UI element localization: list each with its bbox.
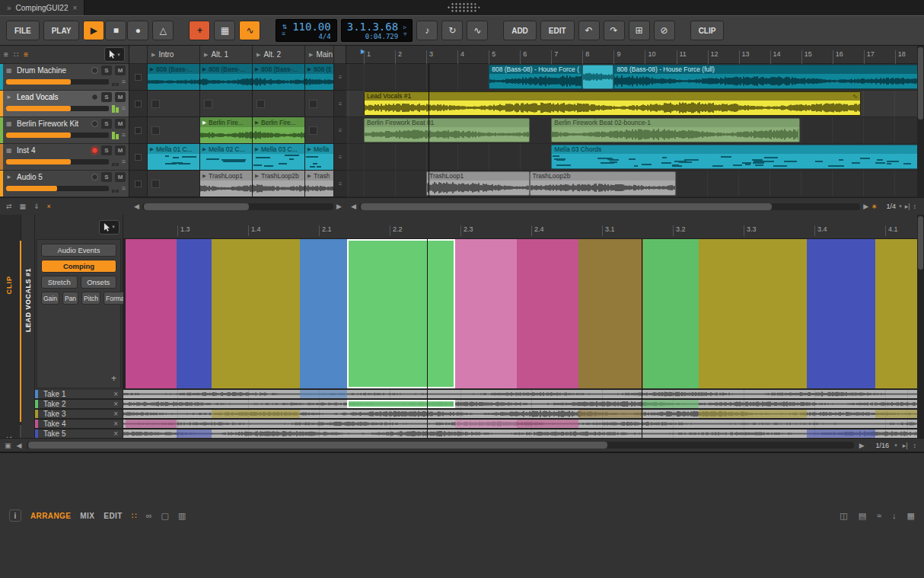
volume-fader[interactable] xyxy=(6,106,109,111)
take-segment[interactable] xyxy=(177,430,211,438)
mute-button[interactable]: M xyxy=(115,65,126,75)
play-button[interactable]: ▶ xyxy=(83,21,104,40)
launcher-clip[interactable]: ▶Berlin Fire... xyxy=(200,117,252,143)
scroll-right-icon[interactable]: ▶ xyxy=(859,442,865,449)
take-label-row[interactable]: Take 1× xyxy=(35,390,123,398)
take-lane[interactable] xyxy=(123,420,924,428)
empty-clip-slot[interactable] xyxy=(253,91,304,117)
pan-button[interactable]: Pan xyxy=(62,292,78,305)
clip-stop-button[interactable] xyxy=(135,101,142,107)
edit-view-button[interactable]: EDIT xyxy=(104,512,122,520)
track-fold-icon[interactable]: ≡ xyxy=(122,78,126,85)
undo-button[interactable]: ↶ xyxy=(578,21,600,40)
volume-fader[interactable] xyxy=(6,133,109,138)
empty-clip-slot[interactable] xyxy=(148,171,199,196)
arrange-view-button[interactable]: ARRANGE xyxy=(30,512,71,520)
comp-region[interactable] xyxy=(126,239,177,388)
inspector-panel-icon[interactable]: ▤ xyxy=(859,511,866,521)
launcher-clip[interactable]: ▶TrashLoop2b xyxy=(253,171,304,196)
arranger-clip[interactable]: 808 (Bass-08) - House Force (full) xyxy=(613,65,921,89)
clip-play-icon[interactable]: ▶ xyxy=(202,66,206,72)
browser-panel-icon[interactable]: ◫ xyxy=(840,511,847,521)
take-label-row[interactable]: Take 4× xyxy=(35,420,123,428)
redo-button[interactable]: ↷ xyxy=(604,21,625,40)
window-tab[interactable]: » CompingGUI22 × xyxy=(0,0,84,15)
info-icon[interactable]: i xyxy=(9,509,21,522)
comp-region[interactable] xyxy=(807,239,875,388)
take-segment[interactable] xyxy=(300,390,346,398)
clip-play-icon[interactable]: ▶ xyxy=(307,173,311,179)
empty-clip-slot[interactable] xyxy=(148,91,199,117)
overdub-button[interactable]: ▦ xyxy=(214,21,235,40)
collapse-icon[interactable]: ⇓ xyxy=(33,203,40,210)
audio-events-button[interactable]: Audio Events xyxy=(41,244,116,257)
scroll-handle[interactable] xyxy=(918,216,923,270)
pages-icon[interactable]: ▣ xyxy=(5,442,11,449)
scroll-handle[interactable] xyxy=(361,203,772,210)
grid-icon[interactable]: ▦ xyxy=(20,203,27,210)
volume-fader[interactable] xyxy=(6,79,109,85)
take-segment[interactable] xyxy=(212,410,301,418)
fit-vertical-icon[interactable]: ↕ xyxy=(913,442,917,449)
launcher-clip[interactable]: ▶808 (Bass-... xyxy=(200,64,252,90)
tempo-value[interactable]: 110.00 xyxy=(292,21,331,33)
mix-view-button[interactable]: MIX xyxy=(80,512,94,520)
take-lane[interactable] xyxy=(123,430,924,438)
clip-play-icon[interactable]: ▶ xyxy=(255,66,259,72)
capture-button[interactable]: + xyxy=(189,21,210,40)
arranger-clip[interactable]: Berlin Firework Beat 01 xyxy=(364,118,530,142)
mute-button[interactable]: M xyxy=(115,92,126,102)
solo-button[interactable]: S xyxy=(101,119,112,129)
arranger-clip[interactable]: Berlin Firework Beat 02-bounce-1 xyxy=(551,118,799,142)
take-segment[interactable] xyxy=(643,400,699,408)
clip-play-icon[interactable]: ▶ xyxy=(202,120,206,126)
clip-play-icon[interactable]: ▶ xyxy=(307,66,311,72)
play-menu-button[interactable]: PLAY xyxy=(43,21,80,40)
arranger-toggle-icon[interactable]: ≡ xyxy=(24,50,28,59)
track-header[interactable]: ►Audio 5SM≡ xyxy=(0,171,129,197)
scene-play-icon[interactable]: ▶ xyxy=(151,52,155,58)
arranger-clip[interactable] xyxy=(582,65,613,89)
arranger-clip[interactable]: TrashLoop2b xyxy=(530,171,677,196)
volume-fader[interactable] xyxy=(6,159,109,164)
record-arm-button[interactable] xyxy=(91,94,98,101)
clip-play-icon[interactable]: ▶ xyxy=(150,146,154,152)
comp-region[interactable] xyxy=(212,239,301,388)
take-label-row[interactable]: Take 5× xyxy=(35,430,123,438)
scene-header-cell[interactable]: ▶Alt. 2 xyxy=(253,46,305,63)
empty-clip-slot[interactable] xyxy=(200,91,252,117)
preroll-button[interactable]: ♪ xyxy=(416,21,438,40)
automation-write-button[interactable]: ∿ xyxy=(239,21,260,40)
scene-header-cell[interactable]: ▶Alt. 1 xyxy=(200,46,253,63)
launcher-clip[interactable]: ▶Trash xyxy=(305,171,333,196)
loop-button[interactable]: ↻ xyxy=(441,21,463,40)
automation-panel-icon[interactable]: ≈ xyxy=(877,511,881,520)
empty-clip-slot[interactable] xyxy=(305,117,333,143)
clip-stop-button[interactable] xyxy=(135,74,142,81)
comp-region[interactable] xyxy=(643,239,699,388)
solo-button[interactable]: S xyxy=(101,92,112,102)
clip-menu-button[interactable]: CLIP xyxy=(690,21,725,40)
track-fold-icon[interactable]: ≡ xyxy=(122,131,126,139)
arranger-clip[interactable]: Lead Vocals #1∿ xyxy=(364,91,861,116)
add-take-button[interactable]: + xyxy=(111,373,116,384)
track-fold-icon[interactable]: ≡ xyxy=(122,184,126,192)
take-segment[interactable] xyxy=(578,410,643,418)
take-lane[interactable] xyxy=(123,390,924,398)
mute-button[interactable]: M xyxy=(115,172,126,182)
track-header[interactable]: ►Lead VocalsSM≡ xyxy=(0,91,129,117)
record-arm-button[interactable] xyxy=(91,120,98,127)
clip-tab[interactable]: CLIP xyxy=(5,276,13,295)
scroll-right-icon[interactable]: ▶ xyxy=(336,203,342,210)
comp-region[interactable] xyxy=(517,239,578,388)
duplicate-button[interactable]: ⊞ xyxy=(629,21,650,40)
clip-play-icon[interactable]: ▶ xyxy=(255,173,259,179)
scroll-handle[interactable] xyxy=(28,442,607,449)
scroll-left-icon[interactable]: ◀ xyxy=(17,442,22,449)
clip-stop-button[interactable] xyxy=(135,127,142,134)
launcher-clip[interactable]: ▶TrashLoop1 xyxy=(200,171,252,196)
clip-play-icon[interactable]: ▶ xyxy=(202,173,206,179)
scroll-handle[interactable] xyxy=(918,47,923,120)
clip-stop-button[interactable] xyxy=(135,180,142,187)
gain-button[interactable]: Gain xyxy=(41,292,59,305)
